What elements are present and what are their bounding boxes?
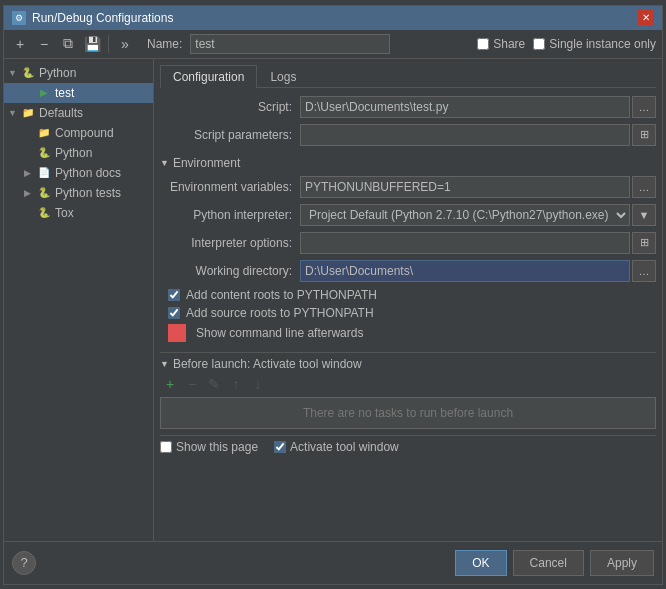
show-page-text: Show this page [176, 440, 258, 454]
add-source-roots-row: Add source roots to PYTHONPATH [160, 306, 656, 320]
footer-spacer [42, 550, 449, 576]
single-instance-checkbox[interactable] [533, 38, 545, 50]
sidebar-label-python: Python [39, 66, 76, 80]
share-checkbox-label[interactable]: Share [477, 37, 525, 51]
sidebar: ▼ 🐍 Python ▶ test ▼ 📁 Defaults 📁 Compoun… [4, 59, 154, 541]
interp-options-expand[interactable]: ⊞ [632, 232, 656, 254]
footer-checkboxes: Show this page Activate tool window [160, 435, 656, 458]
bl-add-button[interactable]: + [160, 375, 180, 393]
apply-button[interactable]: Apply [590, 550, 654, 576]
help-button[interactable]: ? [12, 551, 36, 575]
add-source-roots-checkbox[interactable] [168, 307, 180, 319]
before-launch-label: Before launch: Activate tool window [173, 357, 362, 371]
sidebar-item-defaults[interactable]: ▼ 📁 Defaults [4, 103, 153, 123]
close-button[interactable]: ✕ [638, 10, 654, 26]
script-label: Script: [160, 100, 300, 114]
working-dir-row: Working directory: … [160, 260, 656, 282]
arrow-defaults: ▼ [8, 108, 20, 118]
tabs: Configuration Logs [160, 65, 656, 88]
script-params-expand-button[interactable]: ⊞ [632, 124, 656, 146]
toolbar-separator [108, 35, 109, 53]
arrow-python-tests: ▶ [24, 188, 36, 198]
add-configuration-button[interactable]: + [10, 34, 30, 54]
title-bar-left: ⚙ Run/Debug Configurations [12, 11, 173, 25]
right-panel: Configuration Logs Script: … Script para… [154, 59, 662, 541]
interp-options-input[interactable] [300, 232, 630, 254]
dialog-title: Run/Debug Configurations [32, 11, 173, 25]
show-page-label[interactable]: Show this page [160, 440, 258, 454]
script-browse-button[interactable]: … [632, 96, 656, 118]
copy-configuration-button[interactable]: ⧉ [58, 34, 78, 54]
arrow-python-docs: ▶ [24, 168, 36, 178]
before-launch-header: ▼ Before launch: Activate tool window [160, 357, 656, 371]
name-label: Name: [147, 37, 182, 51]
sidebar-item-python-tests[interactable]: ▶ 🐍 Python tests [4, 183, 153, 203]
add-content-roots-label: Add content roots to PYTHONPATH [186, 288, 377, 302]
script-row: Script: … [160, 96, 656, 118]
before-launch-toolbar: + − ✎ ↑ ↓ [160, 375, 656, 393]
script-input[interactable] [300, 96, 630, 118]
docs-icon: 📄 [36, 165, 52, 181]
env-vars-button[interactable]: … [632, 176, 656, 198]
sidebar-item-python[interactable]: 🐍 Python [4, 143, 153, 163]
interp-options-row: Interpreter options: ⊞ [160, 232, 656, 254]
more-button[interactable]: » [115, 34, 135, 54]
sidebar-label-tox: Tox [55, 206, 74, 220]
no-tasks-label: There are no tasks to run before launch [303, 406, 513, 420]
env-vars-input[interactable] [300, 176, 630, 198]
ok-button[interactable]: OK [455, 550, 506, 576]
working-dir-browse[interactable]: … [632, 260, 656, 282]
show-page-checkbox[interactable] [160, 441, 172, 453]
script-params-input[interactable] [300, 124, 630, 146]
title-bar: ⚙ Run/Debug Configurations ✕ [4, 6, 662, 30]
main-content: ▼ 🐍 Python ▶ test ▼ 📁 Defaults 📁 Compoun… [4, 59, 662, 541]
interpreter-row: Python interpreter: Project Default (Pyt… [160, 204, 656, 226]
sidebar-item-python-docs[interactable]: ▶ 📄 Python docs [4, 163, 153, 183]
remove-configuration-button[interactable]: − [34, 34, 54, 54]
bl-edit-button[interactable]: ✎ [204, 375, 224, 393]
share-row: Share Single instance only [477, 37, 656, 51]
bl-remove-button[interactable]: − [182, 375, 202, 393]
tab-logs[interactable]: Logs [257, 65, 309, 88]
name-row: Name: Share Single instance only [139, 34, 656, 54]
activate-window-label[interactable]: Activate tool window [274, 440, 399, 454]
sidebar-item-compound[interactable]: 📁 Compound [4, 123, 153, 143]
add-content-roots-checkbox[interactable] [168, 289, 180, 301]
bl-up-button[interactable]: ↑ [226, 375, 246, 393]
share-checkbox[interactable] [477, 38, 489, 50]
run-icon: ▶ [36, 85, 52, 101]
footer-right: OK Cancel Apply [455, 550, 654, 576]
python-tests-icon: 🐍 [36, 185, 52, 201]
show-cmdline-row: Show command line afterwards [160, 324, 656, 342]
sidebar-label-defaults: Defaults [39, 106, 83, 120]
before-launch-arrow: ▼ [160, 359, 169, 369]
sidebar-label-python-tests: Python tests [55, 186, 121, 200]
add-content-roots-row: Add content roots to PYTHONPATH [160, 288, 656, 302]
single-instance-label[interactable]: Single instance only [533, 37, 656, 51]
activate-window-text: Activate tool window [290, 440, 399, 454]
script-params-row: Script parameters: ⊞ [160, 124, 656, 146]
single-instance-text: Single instance only [549, 37, 656, 51]
tab-configuration[interactable]: Configuration [160, 65, 257, 88]
sidebar-label-python-docs: Python docs [55, 166, 121, 180]
working-dir-input[interactable] [300, 260, 630, 282]
script-params-label: Script parameters: [160, 128, 300, 142]
interpreter-select[interactable]: Project Default (Python 2.7.10 (C:\Pytho… [300, 204, 630, 226]
interpreter-label: Python interpreter: [160, 208, 300, 222]
save-configuration-button[interactable]: 💾 [82, 34, 102, 54]
python-icon: 🐍 [20, 65, 36, 81]
add-source-roots-label: Add source roots to PYTHONPATH [186, 306, 374, 320]
bl-down-button[interactable]: ↓ [248, 375, 268, 393]
sidebar-item-tox[interactable]: 🐍 Tox [4, 203, 153, 223]
footer-left: ? [12, 550, 36, 576]
sidebar-item-python-root[interactable]: ▼ 🐍 Python [4, 63, 153, 83]
interpreter-expand-button[interactable]: ▼ [632, 204, 656, 226]
activate-window-checkbox[interactable] [274, 441, 286, 453]
python-icon-2: 🐍 [36, 145, 52, 161]
sidebar-label-test: test [55, 86, 74, 100]
run-debug-dialog: ⚙ Run/Debug Configurations ✕ + − ⧉ 💾 » N… [3, 5, 663, 585]
cancel-button[interactable]: Cancel [513, 550, 584, 576]
name-input[interactable] [190, 34, 390, 54]
sidebar-item-test[interactable]: ▶ test [4, 83, 153, 103]
env-arrow: ▼ [160, 158, 169, 168]
